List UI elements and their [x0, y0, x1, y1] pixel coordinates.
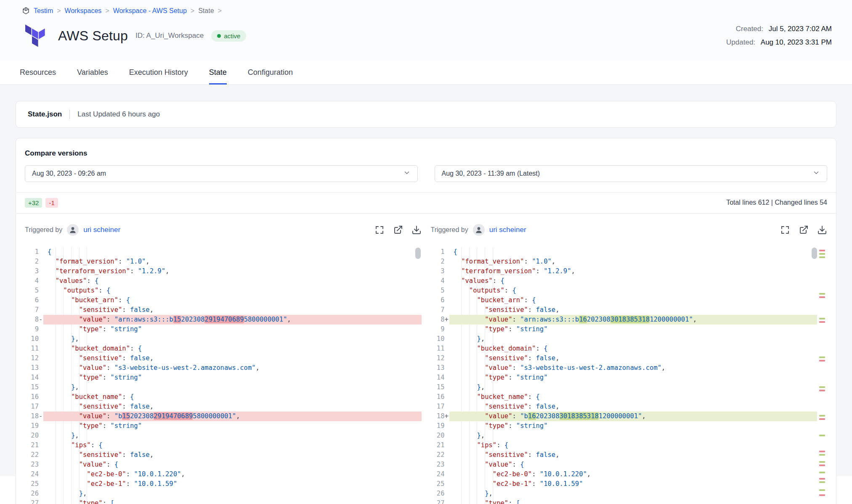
- code-line: 6 "bucket_arn": {: [25, 296, 422, 305]
- code-line: 13 "value": "s3-website-us-west-2.amazon…: [25, 363, 422, 373]
- triggered-by-user-link[interactable]: uri scheiner: [83, 226, 120, 234]
- minimap-diff-mark: [819, 454, 825, 456]
- version-select-left[interactable]: Aug 30, 2023 - 09:26 am: [25, 165, 418, 182]
- line-number: 12: [25, 354, 43, 363]
- line-number: 4: [431, 276, 449, 286]
- code-line: 20 },: [25, 431, 422, 441]
- code-line: 24 "ec2-be-0": "10.0.1.220",: [25, 470, 422, 479]
- tab-execution-history[interactable]: Execution History: [129, 61, 188, 84]
- compare-versions-title: Compare versions: [16, 138, 836, 165]
- tab-variables[interactable]: Variables: [77, 61, 108, 84]
- code-line: 23 "value": {: [431, 460, 817, 470]
- line-number: 18+: [431, 412, 449, 421]
- code-line: 20 },: [431, 431, 817, 441]
- expand-icon: [780, 225, 790, 235]
- code-line: 5 "outputs": {: [431, 286, 817, 296]
- line-number: 20: [431, 431, 449, 441]
- download-button[interactable]: [817, 225, 827, 235]
- diff-panels: Triggered by uri scheiner: [16, 214, 836, 504]
- minimap-diff-mark: [819, 415, 825, 417]
- user-avatar: [67, 224, 79, 236]
- line-number: 9: [431, 325, 449, 334]
- code-line: 19 "type": "string": [431, 421, 817, 431]
- code-line: 19 "type": "string": [25, 421, 422, 431]
- minimap-diff-mark: [819, 356, 825, 358]
- additions-badge: +32: [25, 198, 42, 208]
- scrollbar-thumb[interactable]: [415, 248, 421, 259]
- code-line: 27 "type": [: [25, 499, 422, 504]
- line-number: 2: [431, 257, 449, 267]
- panel-actions: [374, 225, 422, 235]
- minimap-diff-mark: [819, 250, 825, 251]
- code-line: 27 "type": [: [431, 499, 817, 504]
- line-number: 2: [25, 257, 43, 267]
- external-link-icon: [393, 225, 403, 235]
- line-number: 13: [431, 363, 449, 373]
- line-number: 23: [431, 460, 449, 470]
- code-line: 22 "sensitive": false,: [25, 450, 422, 460]
- minimap-diff-mark: [819, 253, 825, 255]
- minimap-diff-mark: [819, 461, 825, 463]
- line-number: 14: [25, 373, 43, 383]
- expand-icon: [374, 225, 385, 235]
- line-number: 3: [25, 267, 43, 276]
- line-number: 21: [431, 441, 449, 450]
- terraform-logo: [22, 24, 49, 48]
- chevron-down-icon: [403, 169, 411, 178]
- code-line: 1{: [431, 247, 817, 257]
- line-number: 22: [431, 450, 449, 460]
- scrollbar-thumb[interactable]: [812, 248, 817, 259]
- code-line: 26 },: [25, 489, 422, 499]
- code-editor-left[interactable]: 1{2 "format_version": "1.0",3 "terraform…: [25, 246, 422, 504]
- open-external-button[interactable]: [393, 225, 403, 235]
- created-value: Jul 5, 2023 7:02 AM: [769, 25, 832, 33]
- workspace-id: ID: A_Uri_Workspace: [135, 32, 204, 40]
- tab-resources[interactable]: Resources: [20, 61, 56, 84]
- code-line: 5 "outputs": {: [25, 286, 422, 296]
- line-number: 5: [25, 286, 43, 296]
- minimap-diff-mark: [819, 489, 825, 491]
- tab-state[interactable]: State: [209, 61, 227, 84]
- code-line: 3 "terraform_version": "1.2.9",: [431, 267, 817, 276]
- line-number: 22: [25, 450, 43, 460]
- minimap-diff-mark: [819, 418, 825, 420]
- code-line: 15 },: [431, 383, 817, 392]
- breadcrumb-link-workspaces[interactable]: Workspaces: [65, 7, 102, 15]
- code-line: 1{: [25, 247, 422, 257]
- tab-configuration[interactable]: Configuration: [248, 61, 293, 84]
- breadcrumb-link-workspace-aws-setup[interactable]: Workspace - AWS Setup: [113, 7, 187, 15]
- line-number: 16: [431, 392, 449, 402]
- line-number: 27: [431, 499, 449, 504]
- code-line: 18+ "value": "b1620230830183853181200000…: [431, 412, 817, 421]
- expand-button[interactable]: [374, 225, 385, 235]
- line-number: 23: [25, 460, 43, 470]
- line-number: 26: [431, 489, 449, 499]
- version-select-right[interactable]: Aug 30, 2023 - 11:39 am (Latest): [435, 165, 828, 182]
- code-line: 11 "bucket_domain": {: [431, 344, 817, 354]
- line-number: 8-: [25, 315, 43, 325]
- triggered-by-user-link[interactable]: uri scheiner: [489, 226, 526, 234]
- line-number: 11: [431, 344, 449, 354]
- line-number: 4: [25, 276, 43, 286]
- chevron-down-icon: [812, 169, 820, 178]
- line-number: 3: [431, 267, 449, 276]
- state-file-name: State.json: [28, 110, 62, 119]
- code-line: 14 "type": "string": [431, 373, 817, 383]
- code-line: 10 },: [431, 334, 817, 344]
- line-number: 19: [431, 421, 449, 431]
- line-number: 15: [431, 383, 449, 392]
- code-line: 6 "bucket_arn": {: [431, 296, 817, 305]
- workspace-header: AWS Setup ID: A_Uri_Workspace active Cre…: [0, 15, 852, 61]
- code-line: 4 "values": {: [25, 276, 422, 286]
- code-line: 16 "bucket_name": {: [431, 392, 817, 402]
- code-line: 2 "format_version": "1.0",: [431, 257, 817, 267]
- expand-button[interactable]: [780, 225, 790, 235]
- code-line: 9 "type": "string": [431, 325, 817, 334]
- minimap-diff-mark: [819, 386, 825, 388]
- breadcrumb-current-state[interactable]: State: [198, 7, 214, 15]
- breadcrumb-link-testim[interactable]: Testim: [34, 7, 53, 15]
- code-editor-right[interactable]: 1{2 "format_version": "1.0",3 "terraform…: [431, 246, 828, 504]
- download-button[interactable]: [411, 225, 422, 235]
- line-number: 25: [431, 479, 449, 489]
- open-external-button[interactable]: [799, 225, 809, 235]
